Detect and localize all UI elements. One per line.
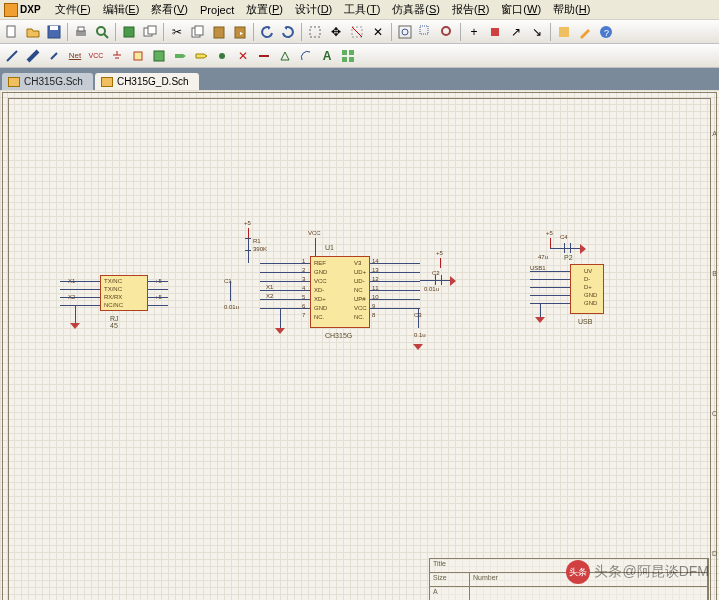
polygon-icon[interactable] [275,46,295,66]
port-icon[interactable] [191,46,211,66]
menu-project[interactable]: Project [194,2,240,18]
svg-rect-33 [154,51,164,61]
svg-rect-23 [559,27,569,37]
junction-icon[interactable] [212,46,232,66]
document-tabs: CH315G.Sch CH315G_D.Sch [0,68,719,90]
svg-rect-9 [148,26,156,34]
svg-rect-7 [124,27,134,37]
component-name: CH315G [325,332,352,339]
print-icon[interactable] [71,22,91,42]
power-port-icon[interactable]: VCC [86,46,106,66]
zoom-fit-icon[interactable] [395,22,415,42]
menu-bar: DXP 文件(F) 编辑(E) 察看(V) Project 放置(P) 设计(D… [0,0,719,20]
svg-line-17 [352,27,362,37]
zone-label: C [712,410,717,417]
help-icon[interactable]: ? [596,22,616,42]
component-name: RJ 45 [110,315,119,329]
schematic-canvas[interactable]: A B C D TX/NC TX/NC RX/RX NC/NC X1 X2 +5… [0,90,719,600]
menu-report[interactable]: 报告(R) [446,0,495,19]
svg-point-5 [97,27,105,35]
no-erc-icon[interactable]: ✕ [233,46,253,66]
add-part-icon[interactable] [485,22,505,42]
svg-rect-39 [349,57,354,62]
deselect-icon[interactable] [347,22,367,42]
toolbar-wiring: Net VCC ✕ A [0,44,719,68]
net-label-icon[interactable]: Net [65,46,85,66]
app-name: DXP [20,4,41,15]
svg-rect-12 [214,27,224,38]
menu-place[interactable]: 放置(P) [240,0,289,19]
hierarchy-down-icon[interactable]: ↘ [527,22,547,42]
gnd-icon [580,244,586,254]
svg-line-28 [51,53,57,59]
zone-label: A [712,130,717,137]
svg-rect-32 [134,52,142,60]
array-icon[interactable] [338,46,358,66]
stack-icon[interactable] [140,22,160,42]
open-icon[interactable] [23,22,43,42]
svg-rect-36 [342,50,347,55]
bus-icon[interactable] [23,46,43,66]
select-icon[interactable] [305,22,325,42]
menu-file[interactable]: 文件(F) [49,0,97,19]
hierarchy-up-icon[interactable]: ↗ [506,22,526,42]
browse-icon[interactable] [554,22,574,42]
preview-icon[interactable] [92,22,112,42]
clear-icon[interactable]: ✕ [368,22,388,42]
watermark-text: 头条@阿昆谈DFM [594,563,709,581]
tab-label: CH315G_D.Sch [117,76,189,87]
zoom-area-icon[interactable] [416,22,436,42]
bus-entry-icon[interactable] [44,46,64,66]
cross-probe-icon[interactable]: + [464,22,484,42]
svg-rect-0 [7,26,15,37]
svg-point-19 [402,29,408,35]
sheet-border-inner [8,98,711,600]
sheet-symbol-icon[interactable] [149,46,169,66]
menu-view[interactable]: 察看(V) [145,0,194,19]
gnd-icon [450,276,456,286]
svg-rect-37 [349,50,354,55]
new-icon[interactable] [2,22,22,42]
gnd-icon [70,323,80,329]
undo-icon[interactable] [257,22,277,42]
rev-label: A [430,587,470,600]
text-icon[interactable]: A [317,46,337,66]
tab-ch315g[interactable]: CH315G.Sch [2,73,93,90]
menu-design[interactable]: 设计(D) [289,0,338,19]
wire-icon[interactable] [2,46,22,66]
copy-icon[interactable] [188,22,208,42]
schematic-doc-icon [8,77,20,87]
zoom-sel-icon[interactable] [437,22,457,42]
paste-special-icon[interactable]: ▸ [230,22,250,42]
cut-icon[interactable]: ✂ [167,22,187,42]
menu-simulate[interactable]: 仿真器(S) [386,0,446,19]
line-icon[interactable] [254,46,274,66]
svg-point-34 [219,53,225,59]
menu-help[interactable]: 帮助(H) [547,0,596,19]
redo-icon[interactable] [278,22,298,42]
svg-line-26 [7,51,17,61]
menu-edit[interactable]: 编辑(E) [97,0,146,19]
zone-label: B [712,270,717,277]
svg-point-21 [442,27,450,35]
svg-rect-15 [310,27,320,37]
gnd-icon[interactable] [107,46,127,66]
part-icon[interactable] [128,46,148,66]
toolbar-main: ✂ ▸ ✥ ✕ + ↗ ↘ ? [0,20,719,44]
book-icon[interactable] [119,22,139,42]
arc-icon[interactable] [296,46,316,66]
svg-rect-20 [420,26,428,34]
menu-window[interactable]: 窗口(W) [495,0,547,19]
paste-icon[interactable] [209,22,229,42]
schematic-doc-icon [101,77,113,87]
designator: U1 [325,244,334,251]
menu-tools[interactable]: 工具(T) [338,0,386,19]
save-icon[interactable] [44,22,64,42]
gnd-icon [275,328,285,334]
svg-rect-38 [342,57,347,62]
annotate-icon[interactable] [575,22,595,42]
sheet-entry-icon[interactable] [170,46,190,66]
watermark: 头条 头条@阿昆谈DFM [566,560,709,584]
tab-ch315g-d[interactable]: CH315G_D.Sch [95,73,199,90]
move-icon[interactable]: ✥ [326,22,346,42]
